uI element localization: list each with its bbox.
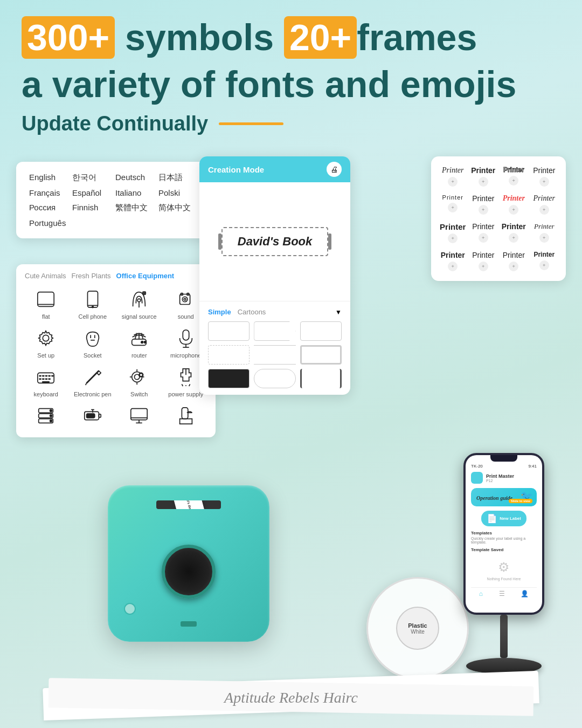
microphone-icon: [174, 326, 198, 350]
tab-cute-animals[interactable]: Cute Animals: [25, 272, 66, 280]
phone-new-label-btn[interactable]: 📄 New Label: [481, 511, 526, 526]
svg-point-46: [50, 420, 52, 422]
font-14[interactable]: Printer +: [470, 251, 497, 271]
frames-dropdown-icon[interactable]: ▼: [335, 308, 342, 316]
printer-button[interactable]: [124, 603, 136, 615]
frame-6[interactable]: [300, 345, 342, 365]
font-8[interactable]: Printer +: [531, 194, 558, 215]
phone-banner[interactable]: Operation guide 🐦 Slide to view: [471, 488, 537, 506]
svg-point-18: [141, 341, 143, 344]
icon-vacuum[interactable]: [165, 404, 207, 430]
lang-trad-chinese: 繁體中文: [115, 203, 154, 213]
fonts-panel: Printer + Printer + Printer + Printer + …: [431, 156, 566, 281]
lang-russian: Россия: [29, 203, 68, 213]
signal-icon: [127, 287, 151, 311]
tab-simple[interactable]: Simple: [208, 308, 231, 316]
phone-notch: [490, 455, 517, 462]
phone-app-name: Print Master: [486, 473, 514, 479]
font-word-8: Printer: [534, 194, 555, 203]
font-badge-5: +: [448, 203, 458, 212]
phone-app-header: Print Master P12: [471, 472, 537, 484]
font-badge-11: +: [509, 233, 518, 243]
font-5[interactable]: Printer +: [440, 194, 466, 215]
font-badge-16: +: [539, 260, 549, 270]
font-6[interactable]: Printer +: [470, 194, 497, 215]
icon-setup[interactable]: Set up: [25, 326, 67, 359]
icon-epen[interactable]: Electronic pen: [72, 365, 114, 397]
font-2[interactable]: Printer +: [470, 166, 497, 187]
nav-search-icon[interactable]: ☰: [499, 590, 505, 597]
frame-8[interactable]: [254, 369, 295, 388]
font-11[interactable]: Printer +: [501, 222, 527, 243]
font-4[interactable]: Printer +: [531, 166, 558, 187]
frame-3[interactable]: [300, 321, 342, 341]
tab-cartoons[interactable]: Cartoons: [238, 308, 266, 316]
label-frame: David's Book: [221, 227, 329, 256]
lang-korean: 한국어: [72, 173, 111, 183]
nav-home-icon[interactable]: ⌂: [479, 590, 483, 597]
frame-1[interactable]: [208, 321, 250, 341]
phone-status-left: TK-20: [471, 464, 483, 469]
icon-setup-label: Set up: [37, 352, 54, 359]
icons-panel: Cute Animals Fresh Plants Office Equipme…: [16, 264, 216, 437]
nav-profile-icon[interactable]: 👤: [521, 590, 529, 597]
font-badge-13: +: [448, 262, 458, 271]
socket-icon: [81, 326, 105, 350]
svg-line-35: [85, 383, 86, 385]
icon-battery[interactable]: [72, 404, 114, 430]
icon-cell-phone[interactable]: Cell phone: [72, 287, 114, 320]
icon-socket[interactable]: Socket: [72, 326, 114, 359]
phone-empty-icon: ⚙: [498, 560, 510, 575]
icon-signal[interactable]: signal source: [118, 287, 161, 320]
font-12[interactable]: Printer +: [531, 222, 558, 243]
icon-microphone-label: microphone: [170, 352, 201, 359]
icon-keyboard[interactable]: keyboard: [25, 365, 67, 397]
creation-panel: Creation Mode 🖨 David's Book Simple Cart…: [199, 156, 350, 395]
frame-2[interactable]: [254, 321, 295, 341]
svg-rect-8: [179, 294, 190, 305]
icon-socket-label: Socket: [84, 352, 102, 359]
monitor-icon: [127, 404, 151, 428]
printer-port: [181, 621, 197, 627]
category-tabs: Cute Animals Fresh Plants Office Equipme…: [25, 272, 207, 280]
frame-4[interactable]: [208, 345, 250, 365]
icon-monitor[interactable]: [118, 404, 161, 430]
font-9[interactable]: Printer +: [440, 222, 466, 243]
highlight-300: 300+: [22, 16, 115, 59]
lang-portuguese: Português: [29, 218, 68, 228]
icon-router[interactable]: router: [118, 326, 161, 359]
font-15[interactable]: Printer +: [501, 251, 527, 271]
creation-icon[interactable]: 🖨: [327, 162, 342, 177]
phone-app-info: Print Master P12: [486, 473, 514, 483]
font-16[interactable]: Printer +: [531, 251, 558, 271]
frame-9[interactable]: [300, 369, 342, 388]
vacuum-icon: [174, 404, 198, 428]
font-7[interactable]: Printer +: [501, 194, 527, 215]
font-3[interactable]: Printer +: [501, 166, 527, 187]
icon-server[interactable]: [25, 404, 67, 430]
frames-tabs: Simple Cartoons ▼: [208, 308, 342, 316]
tab-office-equipment[interactable]: Office Equipment: [116, 272, 175, 280]
font-13[interactable]: Printer +: [440, 251, 466, 271]
frame-5[interactable]: [254, 345, 295, 365]
icon-switch[interactable]: Switch: [118, 365, 161, 397]
tab-fresh-plants[interactable]: Fresh Plants: [72, 272, 111, 280]
icon-flat[interactable]: flat: [25, 287, 67, 320]
lang-english: English: [29, 173, 68, 183]
phone-status-right: 9:41: [528, 464, 537, 469]
speaker-icon: [174, 287, 198, 311]
frame-7[interactable]: [208, 369, 250, 388]
font-badge-12: +: [539, 233, 549, 243]
phone-templates-sub: Quickly create your label using a templa…: [471, 537, 537, 544]
font-badge-9: +: [448, 233, 458, 243]
font-10[interactable]: Printer +: [470, 222, 497, 243]
svg-point-10: [184, 298, 186, 300]
header-area: 300+ symbols 20+ frames a variety of fon…: [22, 16, 560, 135]
font-1[interactable]: Printer +: [440, 166, 466, 187]
server-icon: [34, 404, 58, 428]
tape-label: Plastic: [408, 622, 427, 629]
paper-text: Aptitude Rebels Hairc: [224, 689, 358, 706]
tape-inner: Plastic White: [396, 607, 439, 650]
font-word-2: Printer: [471, 166, 495, 175]
icon-epen-label: Electronic pen: [74, 391, 112, 397]
